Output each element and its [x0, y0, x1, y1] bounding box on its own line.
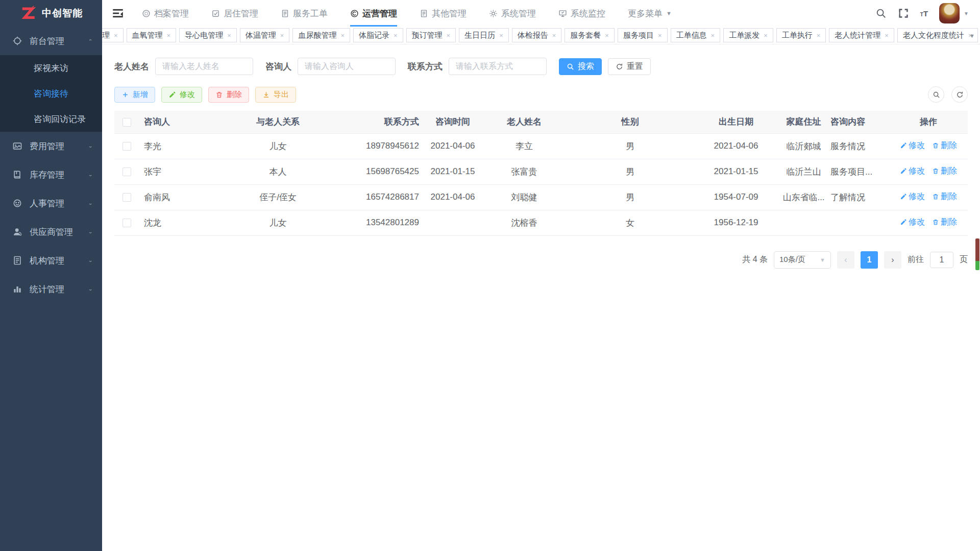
row-edit-link[interactable]: 修改: [900, 166, 925, 177]
close-icon[interactable]: ×: [605, 32, 609, 39]
tab[interactable]: 服务套餐 ×: [565, 28, 615, 42]
page-number-button[interactable]: 1: [861, 251, 878, 269]
tabs-dropdown-icon[interactable]: ▼: [969, 33, 975, 39]
tab[interactable]: 血尿酸管理 ×: [292, 28, 350, 42]
sidebar-item-hr[interactable]: 人事管理 ⌄: [0, 189, 102, 218]
tab[interactable]: 血压管理 ×: [102, 28, 124, 42]
sidebar-item-organization[interactable]: 机构管理 ⌄: [0, 246, 102, 275]
close-icon[interactable]: ×: [552, 32, 556, 39]
cell-phone: 18978945612: [333, 133, 422, 159]
sidebar-fold-icon[interactable]: [111, 7, 125, 20]
tab[interactable]: 工单信息 ×: [671, 28, 721, 42]
sidebar-item-fees[interactable]: 费用管理 ⌄: [0, 132, 102, 160]
row-edit-link[interactable]: 修改: [900, 140, 925, 151]
tab[interactable]: 导心电管理 ×: [179, 28, 237, 42]
sidebar-item-consult-reception[interactable]: 咨询接待: [0, 81, 102, 106]
scrollbar-marker: [975, 261, 979, 270]
close-icon[interactable]: ×: [447, 32, 451, 39]
pencil-icon: [900, 193, 907, 200]
tab[interactable]: 生日日历 ×: [459, 28, 509, 42]
reset-button[interactable]: 重置: [608, 58, 651, 75]
sidebar-item-consult-followup[interactable]: 咨询回访记录: [0, 106, 102, 132]
tab[interactable]: 体检报告 ×: [512, 28, 562, 42]
close-icon[interactable]: ×: [280, 32, 284, 39]
row-edit-link[interactable]: 修改: [900, 217, 925, 228]
font-size-icon[interactable]: TT: [920, 9, 928, 18]
close-icon[interactable]: ×: [227, 32, 231, 39]
nav-item-system[interactable]: 系统管理: [489, 0, 536, 27]
nav-item-more-menu[interactable]: 更多菜单 ▼: [628, 0, 672, 27]
phone-input[interactable]: [449, 58, 547, 75]
nav-item-residence[interactable]: 居住管理: [211, 0, 258, 27]
elder-name-input[interactable]: [155, 58, 253, 75]
sidebar-item-inventory[interactable]: 库存管理 ⌄: [0, 160, 102, 189]
close-icon[interactable]: ×: [764, 32, 768, 39]
edit-button[interactable]: 修改: [161, 87, 202, 103]
close-icon[interactable]: ×: [167, 32, 171, 39]
fullscreen-icon[interactable]: [898, 8, 909, 19]
row-checkbox[interactable]: [122, 193, 131, 202]
nav-item-operations[interactable]: 运营管理: [350, 0, 397, 27]
person-icon: [12, 227, 22, 237]
close-icon[interactable]: ×: [817, 32, 821, 39]
tab[interactable]: 预订管理 ×: [406, 28, 456, 42]
gear-icon: [489, 9, 498, 18]
export-button[interactable]: 导出: [255, 87, 296, 103]
nav-item-other[interactable]: 其他管理: [420, 0, 467, 27]
tab[interactable]: 老人文化程度统计 ×: [897, 28, 978, 42]
user-menu[interactable]: ▼: [939, 3, 969, 23]
row-edit-label: 修改: [909, 140, 925, 151]
prev-page-button[interactable]: ‹: [837, 251, 854, 269]
page-scrollbar[interactable]: [975, 238, 979, 270]
pencil-icon: [900, 167, 907, 175]
row-delete-link[interactable]: 删除: [932, 140, 957, 151]
close-icon[interactable]: ×: [394, 32, 398, 39]
search-button[interactable]: 搜索: [559, 58, 602, 75]
close-icon[interactable]: ×: [658, 32, 662, 39]
add-button[interactable]: 新增: [114, 87, 155, 103]
tab[interactable]: 血氧管理 ×: [127, 28, 177, 42]
tab[interactable]: 体温管理 ×: [240, 28, 290, 42]
tab[interactable]: 体脂记录 ×: [353, 28, 403, 42]
cell-actions: 修改 删除: [889, 184, 968, 210]
goto-page-input[interactable]: [930, 252, 953, 268]
nav-item-monitoring[interactable]: 系统监控: [558, 0, 605, 27]
nav-item-archives[interactable]: 档案管理: [142, 0, 189, 27]
next-page-button[interactable]: ›: [884, 251, 901, 269]
row-delete-link[interactable]: 删除: [932, 217, 957, 228]
filter-form: 老人姓名 咨询人 联系方式 搜索 重置: [114, 58, 968, 75]
row-checkbox[interactable]: [122, 219, 131, 227]
sidebar-item-statistics[interactable]: 统计管理 ⌄: [0, 275, 102, 303]
refresh-table-button[interactable]: [951, 86, 968, 103]
sidebar-item-label: 统计管理: [30, 283, 64, 295]
caret-down-icon: ▼: [820, 257, 825, 263]
row-delete-link[interactable]: 删除: [932, 166, 957, 177]
tab[interactable]: 服务项目 ×: [618, 28, 668, 42]
search-icon[interactable]: [875, 8, 887, 19]
nav-item-work-orders[interactable]: 服务工单: [281, 0, 328, 27]
tab[interactable]: 工单执行 ×: [776, 28, 826, 42]
delete-button[interactable]: 删除: [208, 87, 249, 103]
sidebar-item-suppliers[interactable]: 供应商管理 ⌄: [0, 218, 102, 246]
row-checkbox[interactable]: [122, 167, 131, 176]
consultant-input[interactable]: [298, 58, 396, 75]
row-delete-link[interactable]: 删除: [932, 191, 957, 202]
close-icon[interactable]: ×: [499, 32, 503, 39]
close-icon[interactable]: ×: [340, 32, 345, 39]
tab-label: 服务项目: [623, 31, 654, 40]
row-checkbox[interactable]: [122, 142, 131, 151]
toggle-search-button[interactable]: [928, 86, 944, 103]
close-icon[interactable]: ×: [885, 32, 889, 39]
page-size-select[interactable]: 10条/页 ▼: [774, 251, 831, 269]
avatar[interactable]: [939, 3, 960, 23]
close-icon[interactable]: ×: [114, 32, 118, 39]
row-edit-link[interactable]: 修改: [900, 191, 925, 202]
tab[interactable]: 工单派发 ×: [723, 28, 773, 42]
scrollbar-thumb[interactable]: [975, 238, 979, 261]
tab[interactable]: 老人统计管理 ×: [829, 28, 894, 42]
nav-label: 运营管理: [362, 8, 397, 19]
sidebar-item-front-desk[interactable]: 前台管理 ⌄: [0, 27, 102, 55]
select-all-checkbox[interactable]: [122, 118, 131, 127]
close-icon[interactable]: ×: [711, 32, 715, 39]
sidebar-item-visit[interactable]: 探视来访: [0, 55, 102, 81]
